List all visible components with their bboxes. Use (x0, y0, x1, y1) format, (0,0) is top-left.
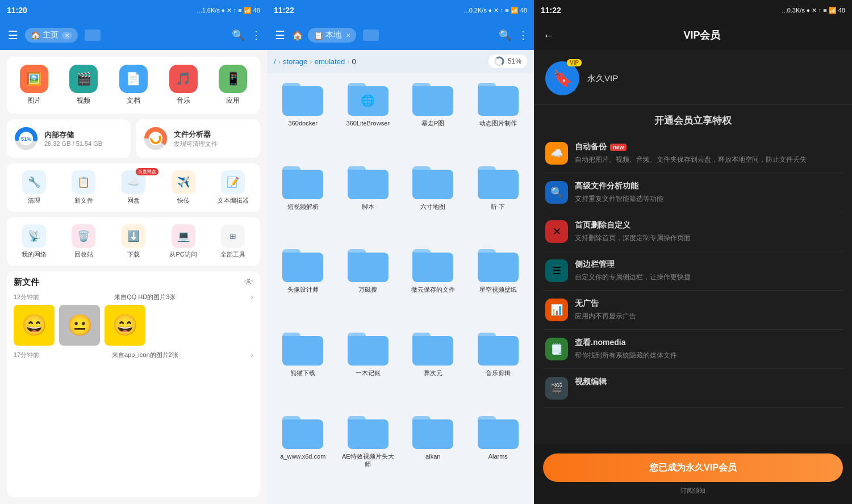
doc-label: 文档 (127, 96, 140, 106)
storage-indicator: 51% (488, 54, 527, 68)
more-icon-2[interactable]: ⋮ (518, 29, 528, 41)
search-icon-1[interactable]: 🔍 (232, 29, 244, 41)
folder-item-13[interactable]: 一木记账 (338, 328, 399, 407)
folder-item-5[interactable]: 脚本 (338, 162, 399, 241)
tool-network[interactable]: 📡 我的网络 (11, 224, 57, 259)
file-group-2: 17分钟前 来自app_icon的图片2张 › (14, 350, 253, 359)
tool-download[interactable]: ⬇️ 下载 (111, 224, 156, 259)
tool-pc[interactable]: 💻 从PC访问 (161, 224, 206, 259)
local-tab-icon: 📋 (314, 31, 323, 40)
tool-clean[interactable]: 🔧 清理 (11, 170, 57, 205)
folder-body-13 (348, 336, 389, 366)
home-nav-icon-2[interactable]: 🏠 (292, 30, 303, 41)
storage-size: 26.32 GB / 51.54 GB (44, 140, 102, 147)
folder-item-0[interactable]: 360docker (273, 78, 333, 157)
eye-icon[interactable]: 👁 (244, 278, 253, 288)
chevron-right-icon-2[interactable]: › (250, 350, 253, 359)
thumb-1-1[interactable]: 😄 (14, 305, 55, 346)
home-icon: 🏠 (31, 31, 40, 40)
folder-icon-9 (348, 249, 389, 282)
vip-profile: 🔖 VIP 永久VIP (534, 50, 852, 105)
bc-root[interactable]: / (274, 57, 276, 66)
menu-icon-2[interactable]: ☰ (273, 26, 287, 44)
storage-row: 51% 内部存储 26.32 GB / 51.54 GB 文 (7, 119, 260, 158)
music-label: 音乐 (177, 96, 190, 106)
folder-item-15[interactable]: 音乐剪辑 (468, 328, 529, 407)
tab-grid-icon[interactable] (85, 30, 101, 41)
thumb-1-3[interactable]: 😄 (105, 305, 145, 346)
folder-item-16[interactable]: a_www.x6d.com (273, 411, 333, 498)
vip-footer: 您已成为永久VIP会员 订阅须知 (534, 444, 852, 504)
tools-row1: 🔧 清理 📋 新文件 百度网盘 ☁️ 网盘 ✈️ 快传 📝 文本编辑器 (7, 163, 260, 212)
category-app[interactable]: 📱 应用 (210, 65, 256, 106)
menu-icon-1[interactable]: ☰ (6, 26, 20, 44)
local-tab[interactable]: 📋 本地 ✕ (308, 28, 356, 43)
perk-content-5: 查看.nomedia 帮你找到所有系统隐藏的媒体文件 (575, 338, 677, 360)
folder-item-18[interactable]: aikan (403, 411, 463, 498)
folder-item-14[interactable]: 异次元 (403, 328, 463, 407)
folder-body-15 (478, 336, 519, 366)
category-pics[interactable]: 🖼️ 图片 (11, 65, 57, 106)
folder-body-10 (412, 253, 453, 282)
back-button[interactable]: ← (543, 29, 554, 42)
analyzer-title: 文件分析器 (174, 129, 218, 140)
analyzer-card[interactable]: 文件分析器 发现可清理文件 (136, 119, 260, 158)
vip-sub-notice[interactable]: 订阅须知 (543, 486, 843, 495)
category-doc[interactable]: 📄 文档 (111, 65, 156, 106)
folder-item-17[interactable]: AE特效视频片头大师 (338, 411, 399, 498)
tab-grid-icon-2[interactable] (363, 30, 379, 41)
folder-body-12 (282, 336, 323, 366)
thumb-1-2[interactable]: 😐 (59, 305, 100, 346)
bc-storage[interactable]: storage (283, 57, 307, 66)
folder-item-19[interactable]: Alarms (468, 411, 529, 498)
tool-cloud[interactable]: 百度网盘 ☁️ 网盘 (111, 170, 156, 205)
folder-item-6[interactable]: 六寸地图 (403, 162, 463, 241)
perk-desc-2: 支持删除首页，深度定制专属操作页面 (575, 233, 691, 243)
folder-body-9 (348, 253, 389, 282)
tool-newfile[interactable]: 📋 新文件 (61, 170, 107, 205)
folder-item-2[interactable]: 暴走P图 (403, 78, 463, 157)
panel1-content: 🖼️ 图片 🎬 视频 📄 文档 🎵 音乐 📱 应用 (0, 50, 267, 504)
bc-sep-1: › (278, 57, 281, 66)
folder-item-3[interactable]: 动态图片制作 (468, 78, 529, 157)
tab-close-2[interactable]: ✕ (346, 32, 350, 39)
tool-recycle[interactable]: 🗑️ 回收站 (61, 224, 107, 259)
vip-perks-list: ☁️ 自动备份 new 自动把图片、视频、音频、文件夹保存到云盘，释放本地空间，… (534, 134, 852, 444)
category-video[interactable]: 🎬 视频 (61, 65, 107, 106)
tool-send[interactable]: ✈️ 快传 (161, 170, 206, 205)
more-icon-1[interactable]: ⋮ (251, 29, 261, 41)
tab-close-1[interactable]: ✕ (62, 32, 72, 39)
category-music[interactable]: 🎵 音乐 (161, 65, 206, 106)
vip-become-button[interactable]: 您已成为永久VIP会员 (543, 453, 843, 482)
search-icon-2[interactable]: 🔍 (499, 29, 511, 41)
internal-storage-card[interactable]: 51% 内部存储 26.32 GB / 51.54 GB (7, 119, 131, 158)
folder-item-4[interactable]: 短视频解析 (273, 162, 333, 241)
folder-label-4: 短视频解析 (287, 203, 319, 211)
panel-home: 11:20 ...1.6K/s ♦ ✕ ↑ ≡ 📶 48 ☰ 🏠 主页 ✕ 🔍 … (0, 0, 267, 504)
folder-body-2 (412, 86, 453, 116)
home-tab[interactable]: 🏠 主页 ✕ (25, 28, 78, 43)
folder-item-9[interactable]: 万磁搜 (338, 245, 399, 324)
all-icon: ⊞ (221, 224, 245, 248)
folder-item-12[interactable]: 熊猫下载 (273, 328, 333, 407)
folder-label-18: aikan (425, 452, 440, 460)
perk-item-2: ✕ 首页删除自定义 支持删除首页，深度定制专属操作页面 (543, 212, 843, 251)
folder-item-10[interactable]: 微云保存的文件 (403, 245, 463, 324)
file-source-2: 来自app_icon的图片2张 (112, 351, 178, 359)
folder-item-1[interactable]: 🌐 360LiteBrowser (338, 78, 399, 157)
bc-current: 0 (352, 57, 356, 66)
tool-editor[interactable]: 📝 文本编辑器 (210, 170, 256, 205)
perk-icon-6: 🎬 (545, 377, 568, 400)
nav-action-icons-1: 🔍 ⋮ (232, 29, 261, 41)
perk-title-1: 高级文件分析功能 (575, 181, 663, 191)
folder-item-7[interactable]: 听·下 (468, 162, 529, 241)
folder-body-18 (412, 419, 453, 449)
folder-item-11[interactable]: 星空视频壁纸 (468, 245, 529, 324)
bc-emulated[interactable]: emulated (315, 57, 345, 66)
chevron-right-icon-1[interactable]: › (250, 292, 253, 301)
folder-item-8[interactable]: 头像设计师 (273, 245, 333, 324)
nav-bar-2: ☰ 🏠 📋 本地 ✕ 🔍 ⋮ (267, 20, 534, 50)
perk-icon-5: 🗒️ (545, 338, 568, 360)
file-thumbs-1: 😄 😐 😄 (14, 305, 253, 346)
tool-all[interactable]: ⊞ 全部工具 (210, 224, 256, 259)
